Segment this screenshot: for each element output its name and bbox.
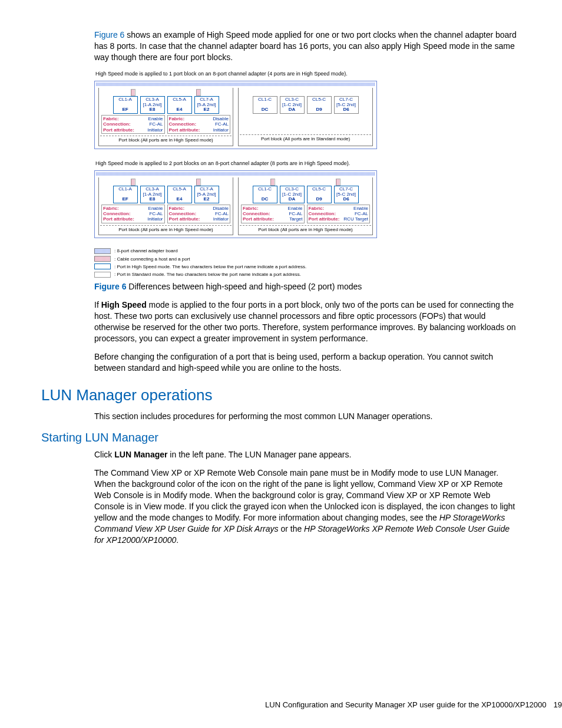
figure-caption: Figure 6 Differences between high-speed … xyxy=(41,281,521,292)
diag2-title: High Speed mode is applied to 2 port blo… xyxy=(95,160,377,167)
d1-left-block: CL1-AEF CL3-A[1-A 2nd]E8 CL5-AE4 CL7-A[5… xyxy=(98,88,233,146)
figure-legend: : 8-port channel adapter board : Cable c… xyxy=(94,248,377,278)
figure-6: High Speed mode is applied to 1 port blo… xyxy=(41,70,521,278)
h2-starting-lun-manager: Starting LUN Manager xyxy=(41,430,521,446)
diag1-title: High Speed mode is applied to 1 port blo… xyxy=(95,70,377,77)
para-modify-mode: The Command View XP or XP Remote Web Con… xyxy=(41,467,521,545)
port: CL5-AE4 xyxy=(167,96,192,114)
d2-right-block: CL1-CDC CL3-C[1-C 2nd]DA CL5-CD9 CL7-C[5… xyxy=(238,177,373,236)
port: CL7-A[5-A 2nd]E2 xyxy=(194,96,219,114)
para-high-speed: If High Speed mode is applied to the fou… xyxy=(41,299,521,344)
para-backup-note: Before changing the configuration of a p… xyxy=(41,351,521,374)
board-2: CL1-AEF CL3-A[1-A 2nd]E8 CL5-AE4 CL7-A[5… xyxy=(94,170,377,239)
intro-text: shows an example of High Speed mode appl… xyxy=(94,30,517,62)
d2-left-block: CL1-AEF CL3-A[1-A 2nd]E8 CL5-AE4 CL7-A[5… xyxy=(98,177,233,236)
para-section-intro: This section includes procedures for per… xyxy=(41,411,521,422)
board-1: CL1-AEF CL3-A[1-A 2nd]E8 CL5-AE4 CL7-A[5… xyxy=(94,81,377,149)
figure-ref-link[interactable]: Figure 6 xyxy=(94,30,124,39)
port: CL3-A[1-A 2nd]E8 xyxy=(140,96,165,114)
intro-para: Figure 6 shows an example of High Speed … xyxy=(41,29,521,63)
h1-lun-manager-ops: LUN Manager operations xyxy=(41,385,521,406)
para-click-lun: Click LUN Manager in the left pane. The … xyxy=(41,449,521,460)
d1-right-block: CL1-CDC CL3-C[1-C 2nd]DA CL5-CD9 CL7-C[5… xyxy=(238,88,373,146)
port: CL1-AEF xyxy=(113,96,138,114)
